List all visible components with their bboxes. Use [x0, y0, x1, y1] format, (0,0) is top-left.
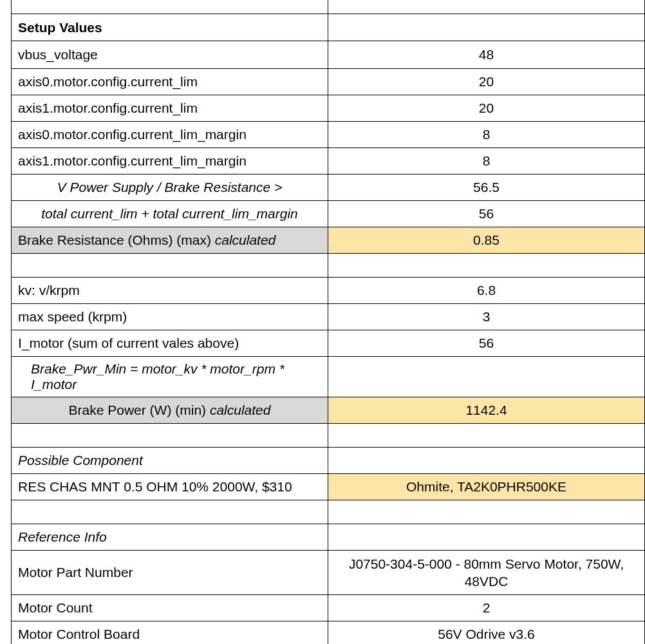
- motor-pn-value-cell[interactable]: J0750-304-5-000 - 80mm Servo Motor, 750W…: [328, 550, 645, 596]
- motor-pn-label: Motor Part Number: [18, 565, 133, 580]
- cell-empty[interactable]: [328, 356, 645, 397]
- vbus-voltage-value: 48: [479, 47, 494, 62]
- vps-brake-value: 56.5: [473, 180, 500, 195]
- brake-pwr-formula: Brake_Pwr_Min = motor_kv * motor_rpm * I…: [31, 361, 321, 392]
- vps-brake-label-cell[interactable]: V Power Supply / Brake Resistance >: [11, 174, 328, 201]
- motor-pn-label-cell[interactable]: Motor Part Number: [11, 550, 328, 596]
- brake-resistance-label: Brake Resistance (Ohms) (max) calculated: [18, 232, 276, 248]
- kv-value-cell[interactable]: 6.8: [328, 277, 645, 304]
- axis1-current-lim-value: 20: [479, 100, 494, 116]
- max-speed-value: 3: [483, 309, 491, 325]
- axis0-current-lim-margin-label: axis0.motor.config.current_lim_margin: [18, 127, 247, 142]
- cell-empty[interactable]: [328, 447, 645, 474]
- control-board-value: 56V Odrive v3.6: [438, 627, 535, 642]
- cell-empty[interactable]: [11, 0, 328, 14]
- motor-pn-value: J0750-304-5-000 - 80mm Servo Motor, 750W…: [335, 555, 638, 591]
- control-board-label: Motor Control Board: [18, 627, 140, 642]
- component-desc: RES CHAS MNT 0.5 OHM 10% 2000W, $310: [18, 479, 292, 495]
- possible-component-header: Possible Component: [18, 453, 143, 468]
- reference-info-header: Reference Info: [18, 529, 107, 545]
- cell-empty[interactable]: [328, 14, 645, 41]
- brake-power-value: 1142.4: [465, 402, 507, 418]
- kv-value: 6.8: [477, 283, 496, 298]
- vps-brake-label: V Power Supply / Brake Resistance >: [57, 180, 283, 195]
- axis1-current-lim-value-cell[interactable]: 20: [328, 95, 645, 122]
- component-part: Ohmite, TA2K0PHR500KE: [406, 479, 566, 495]
- brake-resistance-label-cell[interactable]: Brake Resistance (Ohms) (max) calculated: [11, 227, 328, 254]
- axis0-current-lim-label: axis0.motor.config.current_lim: [18, 74, 198, 90]
- brake-resistance-value: 0.85: [473, 232, 500, 248]
- reference-info-header-cell[interactable]: Reference Info: [11, 524, 328, 551]
- max-speed-label: max speed (krpm): [18, 309, 127, 325]
- axis1-current-lim-margin-label: axis1.motor.config.current_lim_margin: [18, 153, 247, 169]
- spreadsheet: Setup Values vbus_voltage 48 axis0.motor…: [0, 0, 645, 644]
- axis0-current-lim-label-cell[interactable]: axis0.motor.config.current_lim: [11, 68, 328, 95]
- kv-label-cell[interactable]: kv: v/krpm: [11, 277, 328, 304]
- spacer-cell[interactable]: [328, 500, 645, 524]
- total-current-value-cell[interactable]: 56: [328, 200, 645, 227]
- i-motor-value: 56: [479, 336, 494, 351]
- brake-power-label-cell[interactable]: Brake Power (W) (min) calculated: [11, 397, 328, 424]
- axis1-current-lim-margin-label-cell[interactable]: axis1.motor.config.current_lim_margin: [11, 147, 328, 175]
- component-desc-cell[interactable]: RES CHAS MNT 0.5 OHM 10% 2000W, $310: [11, 473, 328, 500]
- total-current-value: 56: [479, 206, 494, 222]
- spacer-cell[interactable]: [328, 253, 645, 278]
- spacer-cell[interactable]: [11, 423, 328, 448]
- axis1-current-lim-label-cell[interactable]: axis1.motor.config.current_lim: [11, 95, 328, 122]
- component-part-cell[interactable]: Ohmite, TA2K0PHR500KE: [328, 473, 645, 500]
- axis0-current-lim-margin-value-cell[interactable]: 8: [328, 121, 645, 148]
- axis0-current-lim-margin-label-cell[interactable]: axis0.motor.config.current_lim_margin: [11, 121, 328, 148]
- kv-label: kv: v/krpm: [18, 283, 80, 298]
- max-speed-label-cell[interactable]: max speed (krpm): [11, 303, 328, 330]
- axis0-current-lim-margin-value: 8: [483, 127, 491, 142]
- total-current-label-cell[interactable]: total current_lim + total current_lim_ma…: [11, 200, 328, 227]
- control-board-value-cell[interactable]: 56V Odrive v3.6: [328, 621, 645, 644]
- control-board-label-cell[interactable]: Motor Control Board: [11, 621, 328, 644]
- vbus-voltage-label: vbus_voltage: [18, 46, 98, 63]
- motor-count-value: 2: [483, 600, 491, 616]
- axis0-current-lim-value-cell[interactable]: 20: [328, 68, 645, 95]
- brake-pwr-formula-cell[interactable]: Brake_Pwr_Min = motor_kv * motor_rpm * I…: [11, 356, 328, 397]
- vps-brake-value-cell[interactable]: 56.5: [328, 174, 645, 201]
- setup-values-header[interactable]: Setup Values: [11, 14, 328, 41]
- axis0-current-lim-value: 20: [479, 74, 494, 90]
- brake-resistance-value-cell[interactable]: 0.85: [328, 227, 645, 254]
- possible-component-header-cell[interactable]: Possible Component: [11, 447, 328, 474]
- axis1-current-lim-label: axis1.motor.config.current_lim: [18, 100, 198, 116]
- cell-empty[interactable]: [328, 0, 645, 14]
- motor-count-label: Motor Count: [18, 600, 93, 616]
- brake-power-value-cell[interactable]: 1142.4: [328, 397, 645, 424]
- i-motor-label-cell[interactable]: I_motor (sum of current vales above): [11, 330, 328, 357]
- spacer-cell[interactable]: [328, 423, 645, 448]
- axis1-current-lim-margin-value: 8: [483, 153, 491, 169]
- spacer-cell[interactable]: [11, 500, 328, 524]
- i-motor-value-cell[interactable]: 56: [328, 330, 645, 357]
- max-speed-value-cell[interactable]: 3: [328, 303, 645, 330]
- spacer-cell[interactable]: [11, 253, 328, 278]
- vbus-voltage-label-cell[interactable]: vbus_voltage: [11, 41, 328, 68]
- vbus-voltage-value-cell[interactable]: 48: [328, 41, 645, 68]
- motor-count-value-cell[interactable]: 2: [328, 594, 645, 621]
- i-motor-label: I_motor (sum of current vales above): [18, 336, 239, 351]
- total-current-label: total current_lim + total current_lim_ma…: [41, 206, 298, 222]
- brake-power-label: Brake Power (W) (min) calculated: [69, 402, 271, 418]
- setup-values-label: Setup Values: [18, 19, 102, 36]
- motor-count-label-cell[interactable]: Motor Count: [11, 594, 328, 621]
- cell-empty[interactable]: [328, 524, 645, 551]
- axis1-current-lim-margin-value-cell[interactable]: 8: [328, 147, 645, 175]
